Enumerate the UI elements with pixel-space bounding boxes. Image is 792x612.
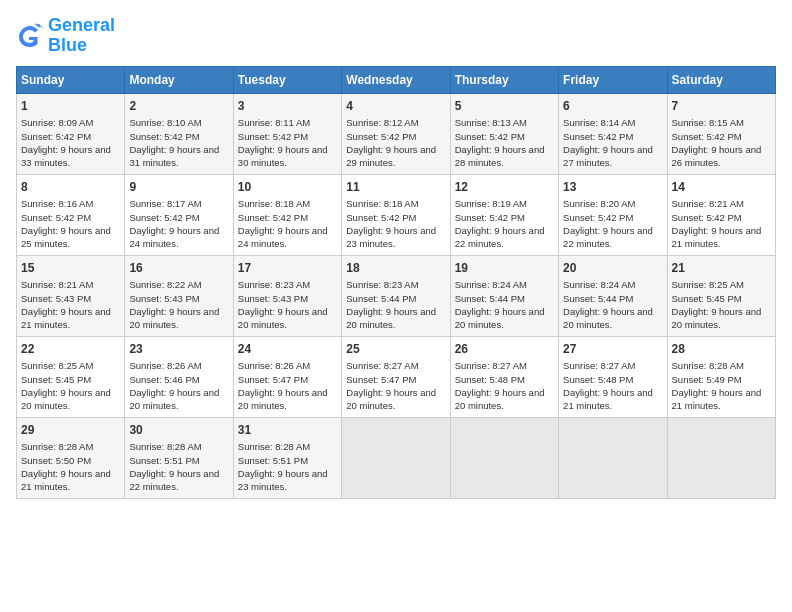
column-header-saturday: Saturday bbox=[667, 66, 775, 93]
sunset-time: Sunset: 5:45 PM bbox=[672, 293, 742, 304]
sunrise-time: Sunrise: 8:10 AM bbox=[129, 117, 201, 128]
daylight-hours: Daylight: 9 hours and 20 minutes. bbox=[455, 306, 545, 330]
sunset-time: Sunset: 5:50 PM bbox=[21, 455, 91, 466]
sunrise-time: Sunrise: 8:17 AM bbox=[129, 198, 201, 209]
column-header-sunday: Sunday bbox=[17, 66, 125, 93]
sunrise-time: Sunrise: 8:24 AM bbox=[455, 279, 527, 290]
calendar-cell: 10Sunrise: 8:18 AMSunset: 5:42 PMDayligh… bbox=[233, 174, 341, 255]
sunset-time: Sunset: 5:42 PM bbox=[238, 131, 308, 142]
sunset-time: Sunset: 5:42 PM bbox=[672, 212, 742, 223]
sunrise-time: Sunrise: 8:14 AM bbox=[563, 117, 635, 128]
calendar-cell: 21Sunrise: 8:25 AMSunset: 5:45 PMDayligh… bbox=[667, 255, 775, 336]
calendar-cell: 7Sunrise: 8:15 AMSunset: 5:42 PMDaylight… bbox=[667, 93, 775, 174]
sunrise-time: Sunrise: 8:23 AM bbox=[238, 279, 310, 290]
day-number: 12 bbox=[455, 179, 554, 196]
day-number: 15 bbox=[21, 260, 120, 277]
calendar-cell: 25Sunrise: 8:27 AMSunset: 5:47 PMDayligh… bbox=[342, 336, 450, 417]
day-number: 5 bbox=[455, 98, 554, 115]
day-number: 18 bbox=[346, 260, 445, 277]
daylight-hours: Daylight: 9 hours and 21 minutes. bbox=[21, 306, 111, 330]
sunset-time: Sunset: 5:47 PM bbox=[346, 374, 416, 385]
daylight-hours: Daylight: 9 hours and 25 minutes. bbox=[21, 225, 111, 249]
day-number: 8 bbox=[21, 179, 120, 196]
daylight-hours: Daylight: 9 hours and 22 minutes. bbox=[129, 468, 219, 492]
day-number: 24 bbox=[238, 341, 337, 358]
sunset-time: Sunset: 5:42 PM bbox=[346, 131, 416, 142]
sunset-time: Sunset: 5:43 PM bbox=[129, 293, 199, 304]
calendar-cell: 29Sunrise: 8:28 AMSunset: 5:50 PMDayligh… bbox=[17, 417, 125, 498]
calendar-cell: 31Sunrise: 8:28 AMSunset: 5:51 PMDayligh… bbox=[233, 417, 341, 498]
calendar-cell: 8Sunrise: 8:16 AMSunset: 5:42 PMDaylight… bbox=[17, 174, 125, 255]
sunrise-time: Sunrise: 8:13 AM bbox=[455, 117, 527, 128]
day-number: 1 bbox=[21, 98, 120, 115]
daylight-hours: Daylight: 9 hours and 24 minutes. bbox=[238, 225, 328, 249]
day-number: 3 bbox=[238, 98, 337, 115]
daylight-hours: Daylight: 9 hours and 24 minutes. bbox=[129, 225, 219, 249]
day-number: 30 bbox=[129, 422, 228, 439]
daylight-hours: Daylight: 9 hours and 21 minutes. bbox=[672, 387, 762, 411]
sunrise-time: Sunrise: 8:19 AM bbox=[455, 198, 527, 209]
column-header-friday: Friday bbox=[559, 66, 667, 93]
logo-text: General Blue bbox=[48, 16, 115, 56]
calendar-cell: 22Sunrise: 8:25 AMSunset: 5:45 PMDayligh… bbox=[17, 336, 125, 417]
logo: General Blue bbox=[16, 16, 115, 56]
calendar-cell: 19Sunrise: 8:24 AMSunset: 5:44 PMDayligh… bbox=[450, 255, 558, 336]
calendar-cell: 2Sunrise: 8:10 AMSunset: 5:42 PMDaylight… bbox=[125, 93, 233, 174]
sunset-time: Sunset: 5:47 PM bbox=[238, 374, 308, 385]
day-number: 9 bbox=[129, 179, 228, 196]
day-number: 26 bbox=[455, 341, 554, 358]
day-number: 27 bbox=[563, 341, 662, 358]
calendar-cell: 13Sunrise: 8:20 AMSunset: 5:42 PMDayligh… bbox=[559, 174, 667, 255]
sunset-time: Sunset: 5:42 PM bbox=[672, 131, 742, 142]
sunset-time: Sunset: 5:48 PM bbox=[455, 374, 525, 385]
calendar-cell: 30Sunrise: 8:28 AMSunset: 5:51 PMDayligh… bbox=[125, 417, 233, 498]
calendar-cell: 17Sunrise: 8:23 AMSunset: 5:43 PMDayligh… bbox=[233, 255, 341, 336]
daylight-hours: Daylight: 9 hours and 20 minutes. bbox=[455, 387, 545, 411]
sunrise-time: Sunrise: 8:25 AM bbox=[672, 279, 744, 290]
sunrise-time: Sunrise: 8:26 AM bbox=[238, 360, 310, 371]
sunrise-time: Sunrise: 8:20 AM bbox=[563, 198, 635, 209]
week-row-3: 15Sunrise: 8:21 AMSunset: 5:43 PMDayligh… bbox=[17, 255, 776, 336]
calendar-cell bbox=[667, 417, 775, 498]
sunset-time: Sunset: 5:42 PM bbox=[129, 131, 199, 142]
sunrise-time: Sunrise: 8:28 AM bbox=[129, 441, 201, 452]
sunset-time: Sunset: 5:44 PM bbox=[455, 293, 525, 304]
day-number: 20 bbox=[563, 260, 662, 277]
daylight-hours: Daylight: 9 hours and 30 minutes. bbox=[238, 144, 328, 168]
sunrise-time: Sunrise: 8:28 AM bbox=[672, 360, 744, 371]
calendar-cell bbox=[342, 417, 450, 498]
sunrise-time: Sunrise: 8:27 AM bbox=[563, 360, 635, 371]
sunset-time: Sunset: 5:43 PM bbox=[238, 293, 308, 304]
column-header-monday: Monday bbox=[125, 66, 233, 93]
sunrise-time: Sunrise: 8:18 AM bbox=[346, 198, 418, 209]
daylight-hours: Daylight: 9 hours and 33 minutes. bbox=[21, 144, 111, 168]
daylight-hours: Daylight: 9 hours and 26 minutes. bbox=[672, 144, 762, 168]
daylight-hours: Daylight: 9 hours and 20 minutes. bbox=[238, 387, 328, 411]
day-number: 6 bbox=[563, 98, 662, 115]
sunset-time: Sunset: 5:42 PM bbox=[455, 131, 525, 142]
calendar-cell: 20Sunrise: 8:24 AMSunset: 5:44 PMDayligh… bbox=[559, 255, 667, 336]
calendar-cell: 15Sunrise: 8:21 AMSunset: 5:43 PMDayligh… bbox=[17, 255, 125, 336]
sunset-time: Sunset: 5:48 PM bbox=[563, 374, 633, 385]
day-number: 25 bbox=[346, 341, 445, 358]
sunset-time: Sunset: 5:42 PM bbox=[129, 212, 199, 223]
calendar-cell: 12Sunrise: 8:19 AMSunset: 5:42 PMDayligh… bbox=[450, 174, 558, 255]
calendar-body: 1Sunrise: 8:09 AMSunset: 5:42 PMDaylight… bbox=[17, 93, 776, 498]
sunset-time: Sunset: 5:51 PM bbox=[238, 455, 308, 466]
sunrise-time: Sunrise: 8:27 AM bbox=[455, 360, 527, 371]
calendar-cell: 18Sunrise: 8:23 AMSunset: 5:44 PMDayligh… bbox=[342, 255, 450, 336]
calendar-cell: 26Sunrise: 8:27 AMSunset: 5:48 PMDayligh… bbox=[450, 336, 558, 417]
sunrise-time: Sunrise: 8:21 AM bbox=[672, 198, 744, 209]
daylight-hours: Daylight: 9 hours and 20 minutes. bbox=[346, 306, 436, 330]
calendar-cell: 6Sunrise: 8:14 AMSunset: 5:42 PMDaylight… bbox=[559, 93, 667, 174]
calendar-header-row: SundayMondayTuesdayWednesdayThursdayFrid… bbox=[17, 66, 776, 93]
sunrise-time: Sunrise: 8:28 AM bbox=[238, 441, 310, 452]
calendar-cell: 27Sunrise: 8:27 AMSunset: 5:48 PMDayligh… bbox=[559, 336, 667, 417]
calendar-cell: 28Sunrise: 8:28 AMSunset: 5:49 PMDayligh… bbox=[667, 336, 775, 417]
sunrise-time: Sunrise: 8:09 AM bbox=[21, 117, 93, 128]
sunset-time: Sunset: 5:42 PM bbox=[238, 212, 308, 223]
sunset-time: Sunset: 5:44 PM bbox=[563, 293, 633, 304]
calendar-cell: 3Sunrise: 8:11 AMSunset: 5:42 PMDaylight… bbox=[233, 93, 341, 174]
sunset-time: Sunset: 5:42 PM bbox=[21, 212, 91, 223]
daylight-hours: Daylight: 9 hours and 31 minutes. bbox=[129, 144, 219, 168]
